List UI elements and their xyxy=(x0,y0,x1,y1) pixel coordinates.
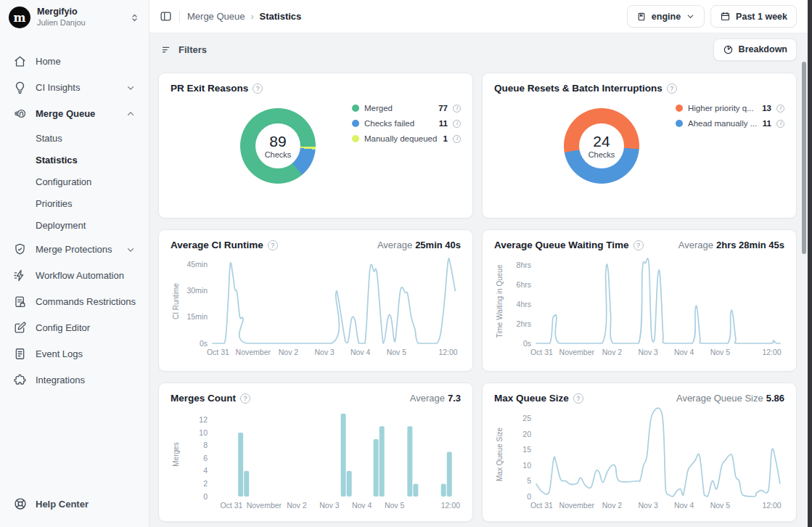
help-icon[interactable]: ? xyxy=(268,240,278,250)
donut-body: 24ChecksHigher priority q...13iAhead man… xyxy=(494,98,784,184)
chevron-down-icon xyxy=(686,12,695,21)
sidebar-nav: HomeCI InsightsMerge QueueStatusStatisti… xyxy=(0,34,149,488)
info-icon[interactable]: i xyxy=(776,120,784,128)
x-tick-label: Nov 2 xyxy=(602,348,623,356)
info-icon[interactable]: i xyxy=(453,120,461,128)
breadcrumb-parent[interactable]: Merge Queue xyxy=(187,11,245,22)
y-tick-label: 0s xyxy=(523,339,531,348)
card-title: Merges Count xyxy=(171,393,236,404)
sidebar-toggle-icon[interactable] xyxy=(160,10,172,23)
avg-ci-runtime-chart[interactable]: 0s15min30min45minOct 31NovemberNov 2Nov … xyxy=(171,252,462,363)
card-title: Average Queue Waiting Time xyxy=(494,240,629,250)
donut-center: 24Checks xyxy=(579,123,624,168)
y-tick-label: 4 xyxy=(203,466,208,475)
sidebar-subitem-deployment[interactable]: Deployment xyxy=(7,216,142,235)
topbar-divider xyxy=(179,11,180,23)
card-header: PR Exit Reasons? xyxy=(171,83,461,94)
average-label: Average2hrs 28min 45s xyxy=(678,240,784,250)
average-value: 7.3 xyxy=(448,393,461,404)
x-tick-label: November xyxy=(559,348,595,356)
y-axis-title: Max Queue Size xyxy=(496,428,504,481)
sidebar-item-home[interactable]: Home xyxy=(7,50,142,73)
y-tick-label: 0s xyxy=(200,339,208,348)
mergify-logo: m xyxy=(9,7,30,28)
calendar-icon xyxy=(720,11,731,22)
sidebar-item-merge-protections[interactable]: Merge Protections xyxy=(7,238,142,261)
help-icon[interactable]: ? xyxy=(240,393,250,404)
info-icon[interactable]: i xyxy=(776,105,784,113)
help-center-link[interactable]: Help Center xyxy=(13,497,136,511)
legend-dot xyxy=(676,105,683,112)
legend-item-manually-dequeued[interactable]: Manually dequeued1i xyxy=(352,134,461,143)
donut-center-value: 89 xyxy=(269,133,286,150)
card-avg-queue-waiting-time: Average Queue Waiting Time?Average2hrs 2… xyxy=(482,229,797,372)
sidebar-item-config-editor[interactable]: Config Editor xyxy=(7,316,142,339)
help-icon[interactable]: ? xyxy=(667,83,677,94)
scrollbar-thumb[interactable] xyxy=(802,62,806,254)
legend-dot xyxy=(352,135,359,142)
repo-selector-button[interactable]: engine xyxy=(627,5,705,28)
legend-item-ahead-manually[interactable]: Ahead manually ...11i xyxy=(676,119,784,128)
repo-icon xyxy=(636,12,647,22)
sidebar-subitem-statistics[interactable]: Statistics xyxy=(7,150,142,170)
sidebar-subitem-priorities[interactable]: Priorities xyxy=(7,194,142,213)
card-avg-ci-runtime: Average CI Runtime?Average25min 40s0s15m… xyxy=(158,229,473,372)
org-user: Julien Danjou xyxy=(37,18,123,28)
y-axis-title: Merges xyxy=(172,442,180,466)
y-tick-label: 10 xyxy=(522,461,531,470)
sidebar-item-workflow-automation[interactable]: Workflow Automation xyxy=(7,264,142,287)
donut-chart[interactable]: 89Checks xyxy=(240,108,316,184)
card-title: Max Queue Size xyxy=(494,393,569,404)
legend-item-higher-priority-q[interactable]: Higher priority q...13i xyxy=(676,104,784,113)
legend-item-merged[interactable]: Merged77i xyxy=(352,104,461,113)
sidebar-item-commands-restrictions[interactable]: Commands Restrictions xyxy=(7,290,142,313)
sidebar-item-event-logs[interactable]: Event Logs xyxy=(7,343,142,365)
merges-count-chart[interactable]: 024681012Oct 31NovemberNov 2Nov 3Nov 4No… xyxy=(171,405,462,516)
x-tick-label: Nov 3 xyxy=(315,348,335,356)
card-queue-resets: Queue Resets & Batch Interruptions?24Che… xyxy=(482,73,797,218)
cards-grid: PR Exit Reasons?89ChecksMerged77iChecks … xyxy=(149,65,812,527)
x-tick-label: November xyxy=(559,501,595,510)
unfold-icon[interactable] xyxy=(129,12,140,23)
max-queue-size-chart[interactable]: 0510152025Oct 31NovemberNov 2Nov 3Nov 4N… xyxy=(494,405,786,516)
donut-chart[interactable]: 24Checks xyxy=(564,108,639,184)
sidebar-item-integrations[interactable]: Integrations xyxy=(7,369,142,391)
average-label: Average7.3 xyxy=(410,393,461,404)
avg-queue-waiting-time-chart[interactable]: 0s2hrs4hrs6hrs8hrsOct 31NovemberNov 2Nov… xyxy=(494,252,786,363)
clipboard-lock-icon xyxy=(13,295,27,309)
filters-button[interactable]: Filters xyxy=(161,44,207,55)
breakdown-button[interactable]: Breakdown xyxy=(713,38,797,61)
card-header: Queue Resets & Batch Interruptions? xyxy=(494,83,784,94)
legend-dot xyxy=(352,105,359,112)
legend-item-checks-failed[interactable]: Checks failed11i xyxy=(352,119,461,128)
card-header: Average CI Runtime?Average25min 40s xyxy=(171,240,461,250)
bar xyxy=(347,471,352,497)
sidebar-item-merge-queue[interactable]: Merge Queue xyxy=(7,102,142,125)
org-switcher[interactable]: m Mergifyio Julien Danjou xyxy=(0,0,149,34)
x-tick-label: Nov 4 xyxy=(674,348,694,356)
x-tick-label: Nov 5 xyxy=(387,348,407,356)
sidebar-subitem-configuration[interactable]: Configuration xyxy=(7,172,142,192)
document-icon xyxy=(13,347,27,361)
help-icon[interactable]: ? xyxy=(253,83,263,94)
bar xyxy=(244,471,249,497)
x-tick-label: 12:00 xyxy=(441,501,460,510)
card-header: Max Queue Size?Average Queue Size5.86 xyxy=(494,393,784,404)
line-series xyxy=(536,408,780,497)
sidebar-subnav: StatusStatisticsConfigurationPrioritiesD… xyxy=(7,128,142,235)
y-tick-label: 8hrs xyxy=(517,261,531,269)
period-selector-button[interactable]: Past 1 week xyxy=(710,5,797,28)
bar xyxy=(380,426,385,497)
sidebar-item-ci-insights[interactable]: CI Insights xyxy=(7,76,142,99)
info-icon[interactable]: i xyxy=(453,135,461,143)
sidebar-item-label: Commands Restrictions xyxy=(36,296,136,307)
sidebar-subitem-status[interactable]: Status xyxy=(7,128,142,148)
help-icon[interactable]: ? xyxy=(573,393,583,404)
card-max-queue-size: Max Queue Size?Average Queue Size5.86051… xyxy=(482,383,797,522)
x-tick-label: Oct 31 xyxy=(530,501,553,510)
help-icon[interactable]: ? xyxy=(633,240,644,250)
home-icon xyxy=(13,54,27,68)
legend-label: Merged xyxy=(364,104,433,113)
info-icon[interactable]: i xyxy=(453,105,461,113)
topbar: Merge Queue › Statistics engine xyxy=(149,0,812,33)
